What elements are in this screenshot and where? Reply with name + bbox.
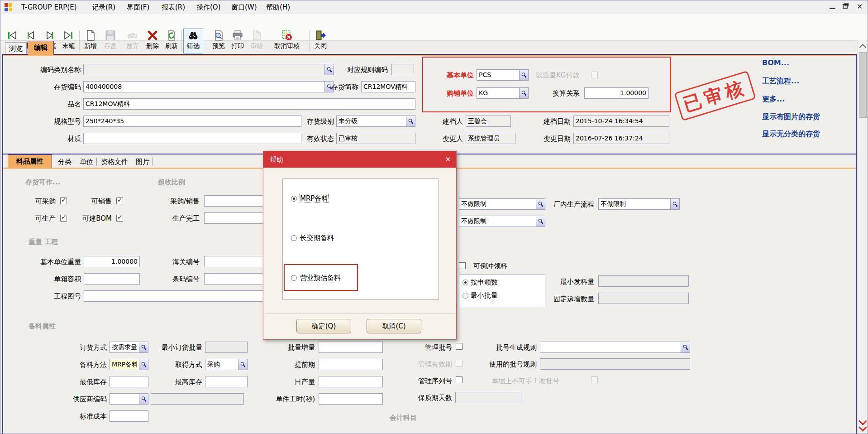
restriction-field-1[interactable]: 不做限制 [459,198,545,210]
menu-help[interactable]: 帮助(H) [263,2,293,13]
option-long-lead[interactable]: 长交期备料 [291,234,334,243]
spec-field[interactable]: 250*240*35 [83,116,301,127]
can-bom-checkbox[interactable] [116,215,123,222]
rule-code-field[interactable] [391,64,414,75]
print-button[interactable]: 打印 [229,29,247,53]
lookup-icon[interactable] [670,199,679,209]
manage-batch-checkbox[interactable] [456,343,463,350]
batch-increment-field[interactable] [319,342,383,353]
cancel-button[interactable]: 取消(C) [367,319,421,333]
link-process-flow[interactable]: 工艺流程... [762,77,799,86]
lookup-icon[interactable] [139,342,148,352]
modifier-label: 变更人 [431,133,463,145]
drawing-no-field[interactable] [84,290,289,302]
cancel-audit-button[interactable]: 取消审核 [267,29,306,53]
radio-by-request[interactable]: 按申领数 [463,277,498,287]
lookup-icon[interactable] [681,342,690,352]
filter-button[interactable]: 筛选 [183,29,203,53]
link-show-with-images[interactable]: 显示有图片的存货 [762,112,820,122]
audited-stamp: 已审核 [674,68,756,123]
lookup-icon[interactable] [406,116,415,126]
menu-report[interactable]: 报表(R) [159,2,188,13]
dialog-close-icon[interactable]: ✕ [445,151,451,168]
lookup-icon[interactable] [139,394,148,404]
material-field[interactable] [83,133,301,144]
product-name-field[interactable]: CR12MOV精料 [83,98,415,110]
refresh-button[interactable]: 刷新 [162,29,181,53]
trade-unit-field[interactable]: KG [477,87,529,99]
order-mode-field[interactable]: 按需求量 [110,342,148,353]
lead-time-field[interactable] [319,359,383,370]
manage-serial-checkbox[interactable] [456,376,463,383]
lookup-icon[interactable] [519,88,528,98]
code-category-field[interactable] [83,64,334,75]
preview-button[interactable]: 预览 [210,29,228,53]
tab-browse[interactable]: 浏览 [5,42,27,54]
lookup-icon[interactable] [324,64,334,75]
menu-action[interactable]: 操作(O) [194,2,224,13]
pay-by-weight-label: 以重量KG付款 [536,70,589,81]
create-date-field: 2015-10-24 16:34:54 [573,116,669,127]
purchase-sale-ratio-label: 采购/销售 [158,196,200,207]
fixed-increment-field [598,293,689,304]
standard-cost-field[interactable] [110,410,148,422]
audit-icon [251,29,262,42]
option-mrp[interactable]: MRP备料 [291,194,328,203]
inv-level-field[interactable]: 未分级 [336,116,415,127]
daily-output-field[interactable] [319,376,383,387]
menu-record[interactable]: 记录(R) [89,2,118,13]
batch-increment-label: 批量增量 [277,342,315,353]
factory-flow-field[interactable]: 不做限制 [598,198,680,210]
scrollbar-thumb[interactable] [859,52,867,118]
dialog-titlebar[interactable]: 帮助 ✕ [263,151,456,168]
inv-code-field[interactable]: 400400008 [83,81,334,92]
close-window-button[interactable]: 关闭 [311,29,330,53]
factory-flow-label: 厂内生产流程 [549,199,594,210]
last-record-button[interactable]: 末笔 [59,29,77,53]
lookup-icon[interactable] [519,70,528,80]
inv-abbr-field[interactable]: CR12MOV精料 [361,81,415,92]
backflush-checkbox[interactable] [459,262,466,269]
link-show-unclassified[interactable]: 显示无分类的存货 [762,130,820,139]
restore-icon[interactable] [843,4,848,9]
lookup-icon[interactable] [139,359,148,370]
production-complete-label: 生产完工 [158,213,200,224]
ok-button[interactable]: 确定(Q) [296,319,351,333]
lookup-icon[interactable] [238,359,247,370]
minimize-icon[interactable] [830,8,835,9]
max-stock-field[interactable] [205,376,248,387]
menu-window[interactable]: 窗口(W) [229,2,260,13]
shelf-life-label: 保质期天数 [413,392,452,404]
subtab-qualification[interactable]: 资格文件 [98,156,131,167]
unit-work-time-field[interactable] [319,393,383,405]
delete-button[interactable]: 删除 [143,29,162,53]
tab-edit[interactable]: 编辑 [28,41,54,55]
supplier-code-field[interactable] [110,393,148,405]
subtab-category[interactable]: 分类 [55,156,75,167]
can-sell-checkbox[interactable] [116,198,123,204]
link-bom[interactable]: BOM... [762,58,789,67]
subtab-picture[interactable]: 图片 [133,156,153,167]
base-unit-weight-field[interactable]: 1.00000 [84,256,140,267]
can-purchase-checkbox[interactable] [60,198,67,204]
base-unit-field[interactable]: PCS [477,69,529,81]
link-more[interactable]: 更多... [762,95,785,104]
box-volume-field[interactable] [84,273,140,285]
menu-ui[interactable]: 界面(F) [124,2,152,13]
lookup-icon[interactable] [536,216,545,227]
prep-method-field[interactable]: MRP备料 [110,359,148,370]
can-produce-checkbox[interactable] [60,215,67,222]
batch-rule-field[interactable] [540,342,690,353]
close-icon[interactable]: ✕ [857,2,863,11]
conversion-field[interactable]: 1.00000 [584,87,649,99]
acquisition-mode-field[interactable]: 采购 [205,359,248,370]
new-button[interactable]: 新增 [81,29,100,53]
lookup-icon[interactable] [536,199,545,209]
subtab-unit[interactable]: 单位 [76,156,96,167]
radio-min-batch[interactable]: 最小批量 [463,290,498,300]
restriction-field-2[interactable]: 不做限制 [459,216,545,227]
min-stock-field[interactable] [110,376,148,387]
subtab-item-props[interactable]: 料品属性 [8,154,52,168]
menu-app[interactable]: T-GROUP ERP(E) [19,2,80,13]
customs-code-label: 海关编号 [161,256,200,268]
